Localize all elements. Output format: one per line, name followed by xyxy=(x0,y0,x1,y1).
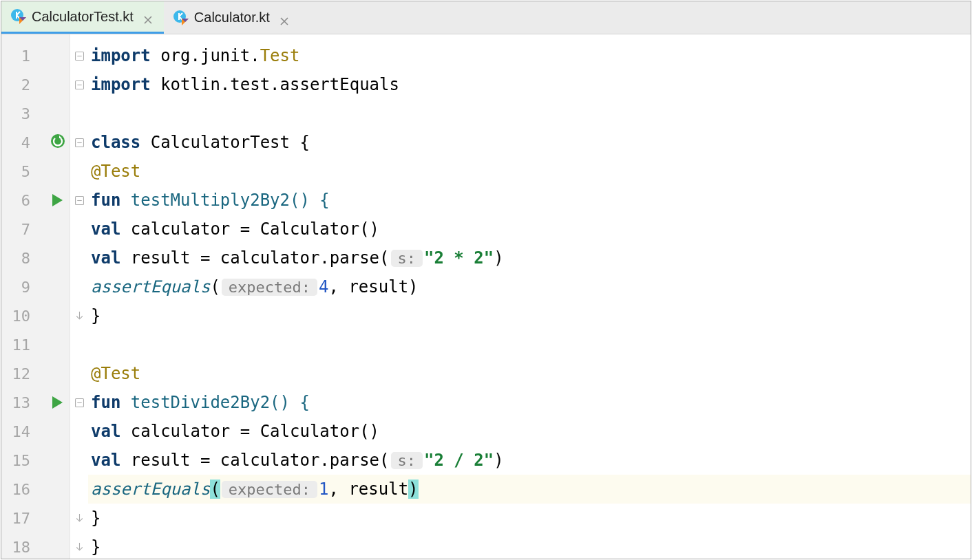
param-hint: s: xyxy=(391,452,423,469)
close-icon[interactable] xyxy=(143,12,153,21)
fold-end-icon[interactable] xyxy=(74,513,85,524)
code-line[interactable]: val result = calculator.parse( s: "2 * 2… xyxy=(88,244,971,272)
line-number: 16 xyxy=(11,481,30,498)
kotlin-file-icon xyxy=(173,10,189,25)
fold-toggle-icon[interactable] xyxy=(74,398,85,408)
line-number: 12 xyxy=(11,365,30,383)
code-area[interactable]: import org.junit.Test import kotlin.test… xyxy=(88,34,971,559)
line-number: 1 xyxy=(11,47,30,65)
tab-calculatortest[interactable]: CalculatorTest.kt xyxy=(1,1,164,34)
line-number: 18 xyxy=(11,539,30,556)
param-hint: s: xyxy=(391,250,423,267)
param-hint: expected: xyxy=(222,279,317,296)
tab-label: CalculatorTest.kt xyxy=(32,9,134,25)
run-test-icon[interactable] xyxy=(52,396,63,409)
code-line[interactable]: assertEquals( expected: 4, result) xyxy=(88,272,971,301)
line-number: 7 xyxy=(11,221,30,238)
fold-toggle-icon[interactable] xyxy=(74,195,85,206)
fold-toggle-icon[interactable] xyxy=(74,80,85,90)
code-line[interactable]: } xyxy=(88,504,971,532)
line-number: 5 xyxy=(11,163,30,180)
line-number: 13 xyxy=(11,394,30,411)
param-hint: expected: xyxy=(222,481,317,498)
line-number: 17 xyxy=(11,510,30,527)
code-line[interactable]: assertEquals( expected: 1, result) xyxy=(88,475,971,504)
code-line[interactable]: fun testMultiply2By2() { xyxy=(88,186,971,215)
fold-toggle-icon[interactable] xyxy=(74,138,85,148)
line-number: 11 xyxy=(11,336,30,354)
code-line[interactable]: } xyxy=(88,301,971,330)
editor: 1 2 3 4 5 6 7 8 9 10 11 12 13 14 15 16 1… xyxy=(1,34,971,559)
line-number: 6 xyxy=(11,192,30,209)
ide-window: CalculatorTest.kt Calculator.kt 1 2 3 4 xyxy=(1,1,971,559)
fold-end-icon[interactable] xyxy=(74,311,85,321)
fold-end-icon[interactable] xyxy=(74,542,85,552)
fold-toggle-icon[interactable] xyxy=(74,51,85,61)
line-number: 9 xyxy=(11,279,30,296)
line-number: 3 xyxy=(11,105,30,122)
code-line[interactable]: import kotlin.test.assertEquals xyxy=(88,70,971,99)
line-number: 4 xyxy=(11,134,30,151)
code-line[interactable]: @Test xyxy=(88,157,971,186)
run-test-icon[interactable] xyxy=(52,194,63,206)
code-line[interactable]: val result = calculator.parse( s: "2 / 2… xyxy=(88,446,971,475)
line-number: 15 xyxy=(11,452,30,469)
code-line[interactable] xyxy=(88,330,971,359)
line-number: 2 xyxy=(11,76,30,94)
tab-bar: CalculatorTest.kt Calculator.kt xyxy=(1,1,971,34)
code-line[interactable]: class CalculatorTest { xyxy=(88,128,971,157)
tab-calculator[interactable]: Calculator.kt xyxy=(164,1,300,34)
code-line[interactable]: val calculator = Calculator() xyxy=(88,417,971,446)
code-line[interactable]: fun testDivide2By2() { xyxy=(88,388,971,417)
line-number: 10 xyxy=(11,308,30,325)
code-line[interactable]: @Test xyxy=(88,359,971,388)
gutter: 1 2 3 4 5 6 7 8 9 10 11 12 13 14 15 16 1… xyxy=(1,34,70,559)
code-line[interactable]: val calculator = Calculator() xyxy=(88,215,971,244)
kotlin-file-icon xyxy=(11,9,26,24)
fold-column xyxy=(70,34,88,559)
code-line[interactable] xyxy=(88,99,971,128)
code-line[interactable]: import org.junit.Test xyxy=(88,41,971,70)
code-line[interactable]: } xyxy=(88,532,971,559)
tab-label: Calculator.kt xyxy=(194,10,270,25)
close-icon[interactable] xyxy=(279,13,289,23)
run-class-icon[interactable] xyxy=(50,133,65,151)
line-number: 14 xyxy=(11,423,30,440)
line-number: 8 xyxy=(11,250,30,267)
